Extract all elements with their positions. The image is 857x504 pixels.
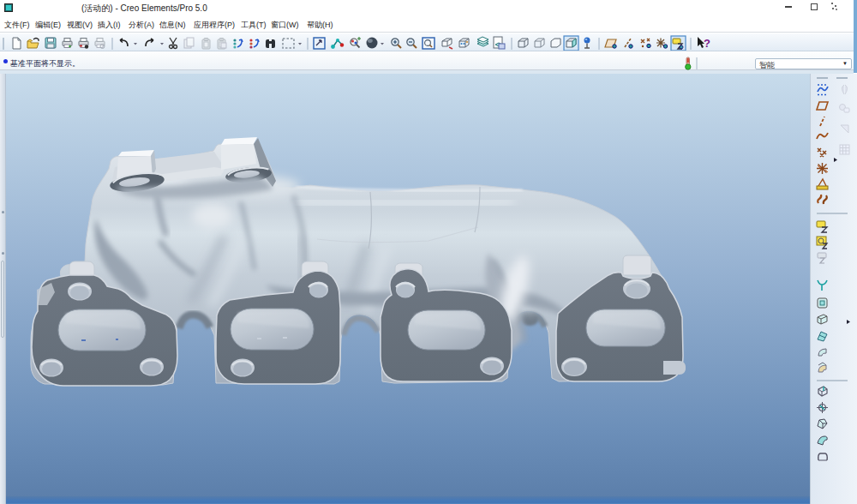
svg-text:?: ?: [704, 37, 710, 50]
